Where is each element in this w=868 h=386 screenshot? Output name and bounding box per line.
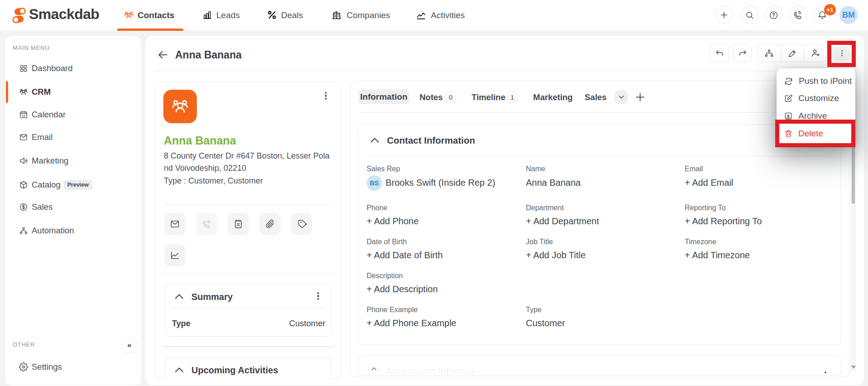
- svg-text:12: 12: [22, 114, 25, 117]
